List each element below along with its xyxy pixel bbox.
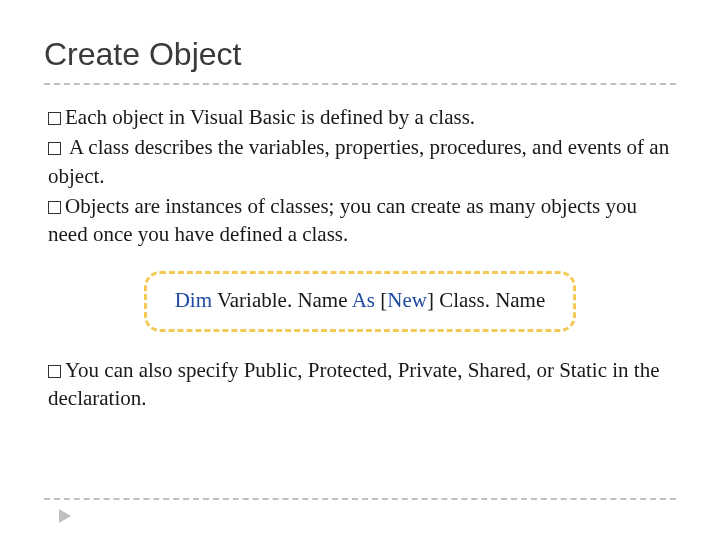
bullet-text: Each object in Visual Basic is defined b…	[65, 105, 475, 129]
code-classname: Class. Name	[439, 288, 545, 312]
bullet-list-lower: You can also specify Public, Protected, …	[44, 356, 676, 413]
page-title: Create Object	[44, 36, 676, 73]
bullet-text: A class describes the variables, propert…	[48, 135, 669, 187]
bullet-item: Objects are instances of classes; you ca…	[48, 192, 670, 249]
title-underline	[44, 83, 676, 85]
bullet-list: Each object in Visual Basic is defined b…	[44, 103, 676, 249]
keyword-new: New	[387, 288, 427, 312]
square-bullet-icon	[48, 112, 61, 125]
bullet-item: Each object in Visual Basic is defined b…	[48, 103, 670, 131]
bullet-item: A class describes the variables, propert…	[48, 133, 670, 190]
bullet-text: Objects are instances of classes; you ca…	[48, 194, 637, 246]
square-bullet-icon	[48, 201, 61, 214]
footer-rule	[44, 498, 676, 500]
bullet-item: You can also specify Public, Protected, …	[48, 356, 670, 413]
keyword-as: As	[352, 288, 375, 312]
square-bullet-icon	[48, 365, 61, 378]
play-arrow-icon	[58, 508, 72, 524]
square-bullet-icon	[48, 142, 61, 155]
code-variable: Variable. Name	[217, 288, 348, 312]
keyword-dim: Dim	[175, 288, 212, 312]
bracket-close: ]	[427, 288, 434, 312]
code-box-container: Dim Variable. Name As [New] Class. Name	[44, 271, 676, 332]
code-box: Dim Variable. Name As [New] Class. Name	[144, 271, 577, 332]
bullet-text: You can also specify Public, Protected, …	[48, 358, 660, 410]
svg-marker-0	[59, 509, 71, 523]
